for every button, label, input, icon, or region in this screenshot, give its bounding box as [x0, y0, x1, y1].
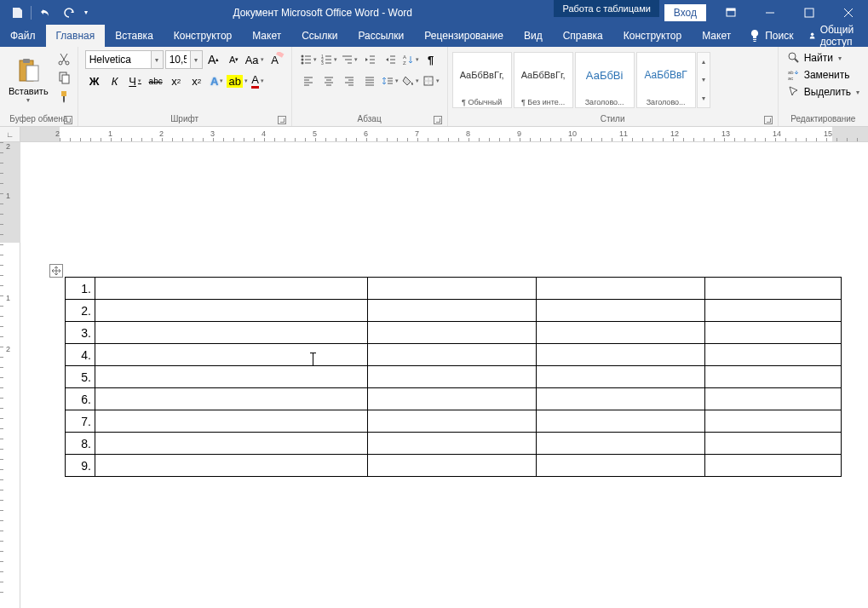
row-number[interactable]: 8. — [66, 433, 95, 455]
font-name-combo[interactable]: ▾ — [85, 50, 164, 69]
superscript-button[interactable]: x2 — [187, 72, 206, 90]
bullets-button[interactable] — [299, 50, 318, 69]
row-number[interactable]: 9. — [66, 455, 95, 477]
styles-more-icon[interactable]: ▾ — [698, 89, 710, 107]
italic-button[interactable]: К — [106, 72, 124, 90]
font-name-input[interactable] — [86, 51, 151, 68]
svg-text:3: 3 — [321, 60, 324, 66]
cut-button[interactable] — [55, 50, 72, 67]
login-button[interactable]: Вход — [664, 4, 706, 21]
tab-table-design[interactable]: Конструктор — [613, 25, 692, 47]
styles-up-icon[interactable]: ▴ — [698, 53, 710, 71]
numbering-button[interactable]: 123 — [319, 50, 338, 69]
tab-references[interactable]: Ссылки — [291, 25, 348, 47]
borders-button[interactable] — [422, 72, 440, 90]
change-case-button[interactable]: Aa — [245, 50, 264, 69]
document-canvas[interactable]: 1. 2. 3. 4. 5. 6. 7. 8. 9. — [20, 142, 868, 608]
row-number[interactable]: 1. — [66, 278, 95, 300]
share-button[interactable]: Общий доступ — [800, 25, 868, 47]
align-right-button[interactable] — [340, 72, 359, 90]
strike-button[interactable]: abc — [147, 72, 165, 90]
svg-line-62 — [795, 59, 798, 62]
paragraph-dialog-launcher[interactable] — [434, 116, 442, 124]
show-marks-button[interactable]: ¶ — [422, 50, 440, 69]
maximize-icon[interactable] — [790, 0, 829, 25]
tab-design[interactable]: Конструктор — [164, 25, 242, 47]
cursor-icon — [787, 85, 801, 99]
tab-insert[interactable]: Вставка — [105, 25, 164, 47]
underline-button[interactable]: Ч — [126, 72, 145, 90]
search-icon — [787, 51, 801, 65]
tab-view[interactable]: Вид — [514, 25, 553, 47]
vertical-ruler[interactable]: 2112 — [0, 142, 20, 608]
increase-indent-button[interactable] — [381, 50, 400, 69]
clipboard-dialog-launcher[interactable] — [64, 116, 72, 124]
row-number[interactable]: 3. — [66, 322, 95, 344]
align-left-button[interactable] — [299, 72, 318, 90]
svg-point-61 — [789, 53, 796, 60]
line-spacing-button[interactable] — [381, 72, 400, 90]
shading-button[interactable] — [401, 72, 420, 90]
chevron-down-icon[interactable]: ▾ — [151, 51, 163, 68]
subscript-button[interactable]: x2 — [167, 72, 186, 90]
chevron-down-icon[interactable]: ▾ — [190, 51, 202, 68]
ribbon-display-icon[interactable] — [711, 0, 750, 25]
text-effects-button[interactable]: A — [208, 72, 227, 90]
style-no-spacing[interactable]: АаБбВвГг,¶ Без инте... — [514, 52, 573, 108]
row-number[interactable]: 6. — [66, 388, 95, 410]
multilevel-button[interactable] — [340, 50, 359, 69]
close-icon[interactable] — [829, 0, 868, 25]
bold-button[interactable]: Ж — [85, 72, 104, 90]
format-painter-button[interactable] — [55, 88, 72, 105]
group-editing: Найти▾ abacЗаменить Выделить▾ Редактиров… — [779, 47, 868, 126]
style-heading2[interactable]: АаБбВвГЗаголово... — [636, 52, 696, 108]
row-number[interactable]: 2. — [66, 300, 95, 322]
decrease-indent-button[interactable] — [360, 50, 379, 69]
shrink-font-button[interactable]: A▾ — [225, 50, 244, 69]
minimize-icon[interactable] — [750, 0, 790, 25]
tab-layout[interactable]: Макет — [242, 25, 291, 47]
row-number[interactable]: 7. — [66, 410, 95, 433]
sort-button[interactable]: AZ — [401, 50, 420, 69]
justify-button[interactable] — [360, 72, 379, 90]
paste-button[interactable]: Вставить ▾ — [3, 49, 54, 112]
group-paragraph-label: Абзац — [358, 114, 382, 123]
font-size-combo[interactable]: ▾ — [165, 50, 203, 69]
table-move-handle[interactable] — [49, 264, 63, 278]
style-heading1[interactable]: АаБбВіЗаголово... — [575, 52, 635, 108]
font-dialog-launcher[interactable] — [278, 116, 286, 124]
tell-me-search[interactable]: Поиск — [741, 25, 800, 47]
tab-review[interactable]: Рецензирование — [414, 25, 514, 47]
qat-customize-icon[interactable]: ▾ — [81, 2, 91, 24]
font-color-button[interactable]: A — [249, 72, 267, 90]
undo-icon[interactable] — [33, 2, 57, 24]
styles-down-icon[interactable]: ▾ — [698, 71, 710, 89]
tab-mailings[interactable]: Рассылки — [348, 25, 414, 47]
redo-icon[interactable] — [57, 2, 81, 24]
style-normal[interactable]: АаБбВвГг,¶ Обычный — [452, 52, 512, 108]
copy-button[interactable] — [55, 69, 72, 86]
find-button[interactable]: Найти▾ — [785, 50, 861, 66]
align-center-button[interactable] — [319, 72, 338, 90]
tab-help[interactable]: Справка — [553, 25, 613, 47]
highlight-button[interactable]: ab — [228, 72, 247, 90]
tab-file[interactable]: Файл — [0, 25, 46, 47]
document-table[interactable]: 1. 2. 3. 4. 5. 6. 7. 8. 9. — [65, 277, 842, 477]
horizontal-ruler[interactable]: 2123456789101112131415 — [20, 127, 868, 141]
tab-table-layout[interactable]: Макет — [692, 25, 741, 47]
save-icon[interactable] — [5, 2, 29, 24]
replace-button[interactable]: abacЗаменить — [785, 67, 861, 83]
clear-format-button[interactable]: A — [266, 50, 285, 69]
grow-font-button[interactable]: A▴ — [204, 50, 223, 69]
row-number[interactable]: 4. — [66, 344, 95, 366]
table-row: 9. — [66, 455, 842, 477]
svg-rect-9 — [26, 66, 38, 81]
styles-dialog-launcher[interactable] — [764, 116, 773, 124]
tab-selector[interactable]: ∟ — [0, 127, 20, 141]
separator — [31, 6, 32, 20]
font-size-input[interactable] — [166, 51, 190, 68]
ribbon: Вставить ▾ Буфер обмена ▾ ▾ A▴ A▾ Aa A Ж — [0, 47, 868, 127]
row-number[interactable]: 5. — [66, 366, 95, 388]
select-button[interactable]: Выделить▾ — [785, 84, 861, 100]
tab-home[interactable]: Главная — [46, 25, 106, 47]
